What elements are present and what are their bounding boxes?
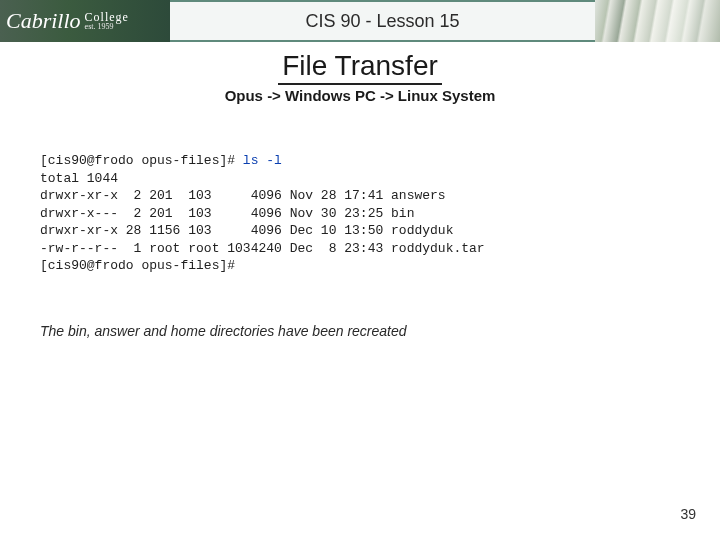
header-photo [595, 0, 720, 42]
header-band: Cabrillo College est. 1959 CIS 90 - Less… [0, 0, 720, 42]
output-line: -rw-r--r-- 1 root root 1034240 Dec 8 23:… [40, 241, 485, 256]
page-title: File Transfer [278, 50, 442, 85]
slide-caption: The bin, answer and home directories hav… [40, 323, 680, 339]
logo-est-text: est. 1959 [85, 23, 129, 31]
output-line: drwxr-xr-x 2 201 103 4096 Nov 28 17:41 a… [40, 188, 446, 203]
command-text: ls -l [243, 153, 282, 168]
prompt-line-2: [cis90@frodo opus-files]# [40, 258, 235, 273]
college-logo: Cabrillo College est. 1959 [0, 0, 170, 42]
lesson-title-bar: CIS 90 - Lesson 15 [170, 0, 595, 42]
output-line: drwxr-x--- 2 201 103 4096 Nov 30 23:25 b… [40, 206, 414, 221]
prompt-line-1: [cis90@frodo opus-files]# ls -l [40, 153, 282, 168]
shell-prompt: [cis90@frodo opus-files]# [40, 153, 243, 168]
page-subtitle: Opus -> Windows PC -> Linux System [0, 87, 720, 104]
output-line: total 1044 [40, 171, 118, 186]
lesson-title: CIS 90 - Lesson 15 [305, 11, 459, 32]
output-line: drwxr-xr-x 28 1156 103 4096 Dec 10 13:50… [40, 223, 453, 238]
logo-script-text: Cabrillo [6, 10, 81, 32]
terminal-output: [cis90@frodo opus-files]# ls -l total 10… [40, 152, 680, 275]
page-number: 39 [680, 506, 696, 522]
